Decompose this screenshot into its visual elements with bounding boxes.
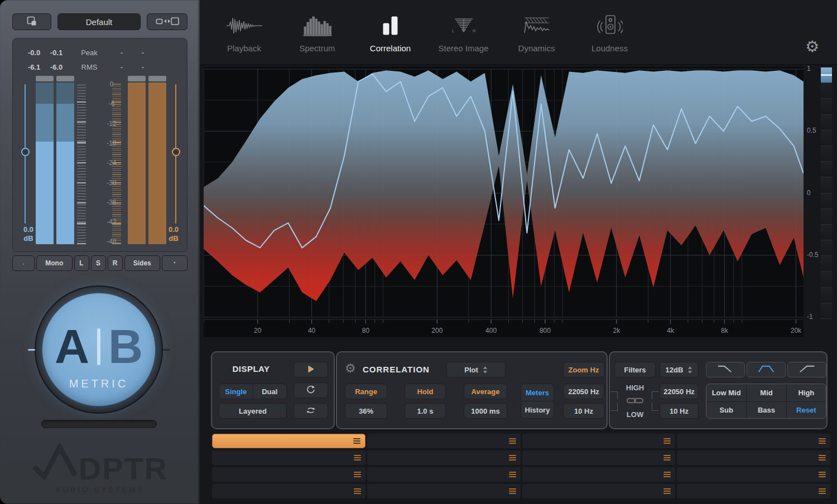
average-value[interactable]: 1000 ms — [464, 403, 507, 419]
tab-playback[interactable]: Playback — [208, 0, 281, 65]
ab-toggle-knob[interactable]: A B METRIC — [42, 293, 156, 406]
drag-handle-icon[interactable] — [509, 437, 516, 445]
filters-button[interactable]: Filters — [614, 362, 656, 377]
lowpass-curve-button[interactable] — [706, 362, 745, 377]
drag-handle-icon[interactable] — [819, 454, 826, 462]
db-scale-label: 0 — [101, 80, 122, 88]
tab-correlation[interactable]: Correlation — [354, 0, 427, 65]
filter-high-value[interactable]: 22050 Hz — [660, 384, 699, 399]
svg-text:4k: 4k — [667, 327, 675, 335]
band-button-mid[interactable]: Mid — [746, 384, 786, 401]
drag-handle-icon[interactable] — [819, 471, 826, 478]
link-chain-icon[interactable] — [626, 396, 644, 406]
average-button[interactable]: Average — [464, 384, 507, 399]
drag-handle-icon[interactable] — [819, 487, 826, 495]
dual-button[interactable]: Dual — [253, 384, 287, 399]
snapshot-slot[interactable] — [522, 467, 676, 482]
drag-handle-icon[interactable] — [663, 454, 671, 462]
snapshot-slot[interactable] — [677, 434, 830, 448]
preset-select[interactable]: Default — [57, 13, 141, 30]
tab-loudness[interactable]: Loudness — [573, 0, 646, 65]
drag-handle-icon[interactable] — [354, 487, 361, 495]
slope-select[interactable]: 12dB — [660, 362, 699, 377]
snapshot-slot[interactable] — [522, 434, 676, 448]
zoom-high-value[interactable]: 22050 Hz — [563, 384, 604, 399]
channel-button-sides[interactable]: Sides — [124, 255, 161, 271]
snapshot-slot-selected[interactable] — [212, 434, 365, 448]
snapshot-slot[interactable] — [212, 484, 365, 498]
range-value[interactable]: 36% — [345, 403, 387, 419]
preset-browser-button[interactable] — [12, 13, 51, 30]
brand-block: DPTR AUDIO SYSTEMS — [0, 443, 200, 494]
single-button[interactable]: Single — [219, 384, 253, 399]
correlation-plot-svg: 2040802004008002k4k8k20k — [204, 67, 804, 337]
monitor-a-button[interactable] — [12, 255, 35, 271]
drag-handle-icon[interactable] — [509, 487, 516, 495]
trim-right-handle[interactable] — [172, 148, 180, 156]
rms-label: RMS — [68, 63, 111, 71]
drag-handle-icon[interactable] — [354, 454, 361, 462]
reset-button[interactable]: Reset — [786, 401, 826, 419]
drag-handle-icon[interactable] — [353, 437, 360, 445]
correlation-meter-cell — [821, 115, 832, 130]
y-axis-label: -1 — [805, 313, 819, 321]
range-button[interactable]: Range — [345, 384, 387, 399]
hold-value[interactable]: 1.0 s — [405, 403, 446, 419]
highpass-curve-button[interactable] — [787, 362, 826, 377]
loop-button[interactable] — [294, 403, 328, 419]
bracket-left-top — [611, 391, 618, 399]
drag-handle-icon[interactable] — [509, 454, 516, 462]
correlation-mode-value: Plot — [464, 366, 478, 374]
snapshot-slot[interactable] — [212, 450, 365, 465]
band-button-bass[interactable]: Bass — [746, 401, 786, 419]
band-button-high[interactable]: High — [786, 384, 826, 401]
y-axis-label: 0 — [805, 189, 819, 197]
drag-handle-icon[interactable] — [819, 437, 826, 445]
drag-handle-icon[interactable] — [354, 471, 361, 478]
bandpass-curve-button[interactable] — [747, 362, 786, 377]
tab-spectrum[interactable]: Spectrum — [281, 0, 354, 65]
monitor-ab-button[interactable] — [162, 255, 187, 271]
drag-handle-icon[interactable] — [509, 471, 516, 478]
snapshot-slot[interactable] — [677, 484, 830, 498]
crossfade-slider[interactable] — [41, 420, 157, 428]
snapshot-slot[interactable] — [522, 450, 676, 465]
snapshot-slot[interactable] — [677, 467, 830, 482]
correlation-settings-gear-icon[interactable]: ⚙ — [345, 361, 356, 376]
trim-left-handle[interactable] — [21, 148, 30, 156]
zoom-hz-button[interactable]: Zoom Hz — [563, 362, 604, 377]
zoom-low-value[interactable]: 10 Hz — [563, 403, 604, 419]
channel-button-l[interactable]: L — [74, 255, 89, 271]
tab-dynamics[interactable]: Dynamics — [500, 0, 573, 65]
correlation-mode-select[interactable]: Plot — [446, 362, 506, 377]
snapshot-slot[interactable] — [677, 450, 830, 465]
meters-button[interactable]: Meters — [521, 384, 554, 401]
drag-handle-icon[interactable] — [663, 471, 671, 478]
correlation-meter-strip — [820, 67, 833, 319]
restart-button[interactable] — [294, 382, 328, 398]
band-button-sub[interactable]: Sub — [706, 401, 746, 419]
window-size-button[interactable] — [147, 13, 187, 30]
bracket-right-top — [652, 391, 658, 399]
channel-button-s[interactable]: S — [91, 255, 106, 271]
hold-button[interactable]: Hold — [405, 384, 446, 399]
history-button[interactable]: History — [521, 401, 554, 418]
drag-handle-icon[interactable] — [663, 437, 671, 445]
level-meter-panel: -0.0 -0.1 Peak - - -6.1 -6.0 RMS - - 0-6… — [12, 38, 187, 252]
snapshot-slot[interactable] — [367, 467, 521, 482]
band-button-low-mid[interactable]: Low Mid — [706, 384, 746, 401]
filter-low-value[interactable]: 10 Hz — [660, 403, 699, 419]
channel-button-r[interactable]: R — [108, 255, 123, 271]
play-button[interactable] — [294, 362, 328, 377]
snapshot-slot[interactable] — [367, 450, 521, 465]
drag-handle-icon[interactable] — [663, 487, 671, 495]
correlation-meter-cell — [821, 162, 832, 177]
channel-button-mono[interactable]: Mono — [36, 255, 73, 271]
settings-gear-icon[interactable]: ⚙ — [805, 39, 819, 55]
snapshot-slot[interactable] — [367, 484, 521, 498]
snapshot-slot[interactable] — [212, 467, 365, 482]
snapshot-slot[interactable] — [367, 434, 521, 448]
snapshot-slot[interactable] — [522, 484, 676, 498]
tab-stereo-image[interactable]: LRStereo Image — [427, 0, 500, 65]
layered-button[interactable]: Layered — [219, 403, 287, 419]
